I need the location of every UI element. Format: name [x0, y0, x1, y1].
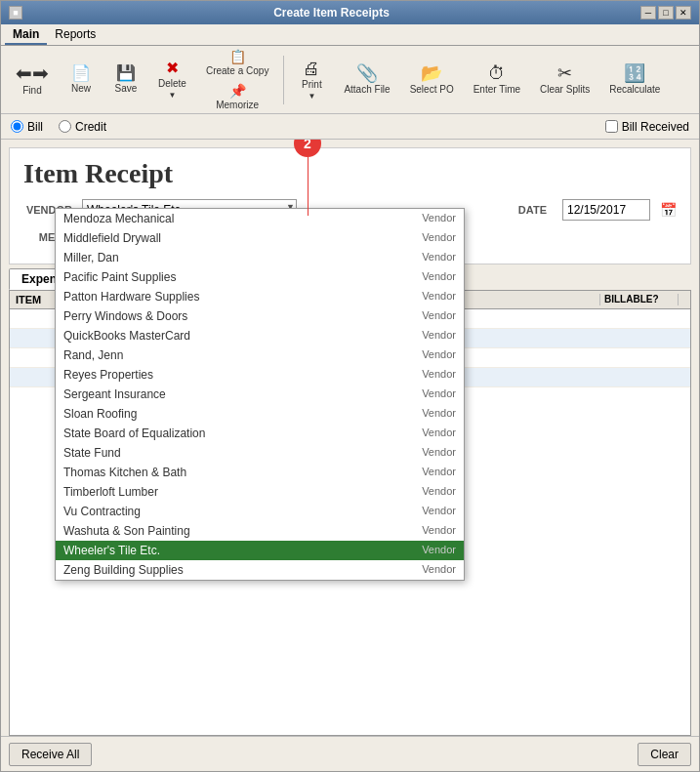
- memorize-button[interactable]: 📌 Memorize: [207, 81, 268, 113]
- find-icon: ⬅➡: [16, 63, 49, 83]
- vendor-dropdown-item[interactable]: Patton Hardware SuppliesVendor: [56, 287, 464, 306]
- clear-button[interactable]: Clear: [638, 743, 691, 766]
- vendor-dropdown-item[interactable]: Sergeant InsuranceVendor: [56, 385, 464, 404]
- col-header-scroll: [679, 294, 690, 305]
- col-header-billable: BILLABLE?: [600, 294, 679, 305]
- attach-file-button[interactable]: 📎 Attach File: [335, 52, 398, 108]
- vendor-dropdown-item[interactable]: Timberloft LumberVendor: [56, 482, 464, 502]
- vendor-dropdown-item[interactable]: Vu ContractingVendor: [56, 502, 464, 521]
- recalculate-button[interactable]: 🔢 Recalculate: [600, 52, 669, 108]
- document-area: 2 Item Receipt VENDOR ▼ DATE 📅 MEMO: [1, 140, 699, 771]
- delete-icon: ✖: [166, 61, 179, 76]
- main-window: ■ Create Item Receipts ─ □ ✕ Main Report…: [0, 0, 700, 772]
- vendor-dropdown-item[interactable]: Middlefield DrywallVendor: [56, 228, 464, 248]
- vendor-dropdown-item[interactable]: State FundVendor: [56, 443, 464, 463]
- vendor-dropdown-item[interactable]: Thomas Kitchen & BathVendor: [56, 463, 464, 482]
- print-button[interactable]: 🖨 Print ▼: [290, 52, 333, 108]
- credit-radio-label[interactable]: Credit: [59, 120, 106, 134]
- maximize-button[interactable]: □: [658, 6, 674, 20]
- delete-button[interactable]: ✖ Delete ▼: [149, 52, 195, 108]
- toolbar-separator-1: [283, 56, 284, 104]
- step-indicator: 2: [294, 140, 321, 157]
- vendor-dropdown-item[interactable]: Zeng Building SuppliesVendor: [56, 560, 464, 580]
- save-button[interactable]: 💾 Save: [104, 52, 147, 108]
- date-input[interactable]: [562, 199, 650, 221]
- minimize-button[interactable]: ─: [640, 6, 656, 20]
- form-title: Item Receipt: [23, 158, 677, 189]
- clear-splits-icon: ✂: [557, 64, 572, 82]
- bill-radio-label[interactable]: Bill: [11, 120, 43, 134]
- step-circle: 2: [294, 140, 321, 157]
- close-button[interactable]: ✕: [676, 6, 691, 20]
- step-line: [308, 157, 309, 216]
- bill-received-label[interactable]: Bill Received: [605, 120, 689, 134]
- attach-file-icon: 📎: [356, 64, 378, 82]
- memorize-icon: 📌: [229, 84, 246, 98]
- bill-radio[interactable]: [11, 120, 23, 133]
- dropdown-scroll[interactable]: Mason, ElizabethVendorMendoza Mechanical…: [56, 209, 464, 580]
- create-copy-button[interactable]: 📋 Create a Copy: [197, 47, 277, 79]
- menu-main[interactable]: Main: [5, 25, 47, 45]
- clear-splits-button[interactable]: ✂ Clear Splits: [531, 52, 598, 108]
- create-copy-icon: 📋: [229, 50, 246, 63]
- enter-time-icon: ⏱: [488, 64, 506, 82]
- vendor-dropdown-item[interactable]: Rand, JennVendor: [56, 345, 464, 365]
- vendor-dropdown-item[interactable]: QuickBooks MasterCardVendor: [56, 326, 464, 345]
- vendor-dropdown-item[interactable]: Sloan RoofingVendor: [56, 404, 464, 424]
- enter-time-button[interactable]: ⏱ Enter Time: [465, 52, 529, 108]
- new-icon: 📄: [71, 65, 91, 81]
- new-button[interactable]: 📄 New: [60, 52, 103, 108]
- menu-reports[interactable]: Reports: [47, 25, 103, 45]
- window-controls: ─ □ ✕: [640, 6, 691, 20]
- sub-toolbar: Bill Credit Bill Received: [1, 114, 699, 140]
- window-icon: ■: [9, 6, 22, 20]
- vendor-dropdown-item[interactable]: Mendoza MechanicalVendor: [56, 209, 464, 228]
- find-button[interactable]: ⬅➡ Find: [7, 52, 58, 108]
- save-icon: 💾: [116, 65, 136, 81]
- bill-received-checkbox[interactable]: [605, 120, 618, 133]
- select-po-button[interactable]: 📂 Select PO: [401, 52, 463, 108]
- calendar-icon[interactable]: 📅: [660, 202, 677, 218]
- vendor-dropdown-item[interactable]: Perry Windows & DoorsVendor: [56, 306, 464, 326]
- select-po-icon: 📂: [421, 64, 442, 82]
- vendor-dropdown[interactable]: Mason, ElizabethVendorMendoza Mechanical…: [55, 208, 465, 581]
- credit-radio[interactable]: [59, 120, 71, 133]
- vendor-dropdown-item[interactable]: Reyes PropertiesVendor: [56, 365, 464, 385]
- window-title: Create Item Receipts: [22, 6, 640, 20]
- title-bar: ■ Create Item Receipts ─ □ ✕: [1, 1, 699, 24]
- bottom-bar: Receive All Clear: [1, 736, 699, 771]
- vendor-dropdown-item[interactable]: State Board of EqualizationVendor: [56, 424, 464, 443]
- toolbar: ⬅➡ Find 📄 New 💾 Save ✖ Delete ▼ 📋 Create…: [1, 46, 699, 114]
- vendor-dropdown-item[interactable]: Pacific Paint SuppliesVendor: [56, 267, 464, 287]
- menu-bar: Main Reports: [1, 24, 699, 46]
- date-label: DATE: [518, 204, 547, 216]
- receive-all-button[interactable]: Receive All: [9, 743, 92, 766]
- print-icon: 🖨: [303, 60, 320, 77]
- vendor-dropdown-item[interactable]: Miller, DanVendor: [56, 248, 464, 267]
- recalculate-icon: 🔢: [624, 64, 645, 82]
- vendor-dropdown-item[interactable]: Washuta & Son PaintingVendor: [56, 521, 464, 541]
- vendor-dropdown-item[interactable]: Wheeler's Tile Etc.Vendor: [56, 541, 464, 560]
